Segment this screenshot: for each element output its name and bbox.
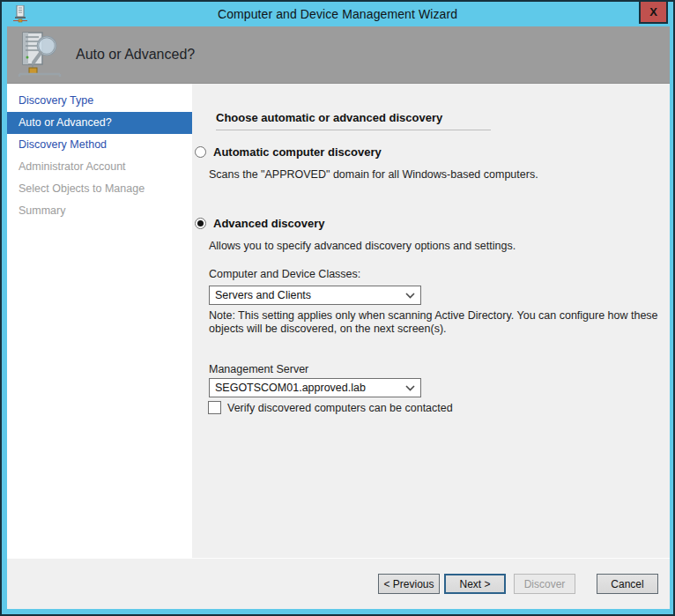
main-content: Choose automatic or advanced discovery A… — [192, 84, 670, 558]
sidebar-item-administrator-account: Administrator Account — [7, 156, 192, 178]
page-title: Auto or Advanced? — [76, 47, 195, 63]
automatic-discovery-label: Automatic computer discovery — [213, 145, 382, 159]
app-icon — [13, 5, 27, 26]
radio-unselected-icon[interactable] — [195, 146, 206, 158]
verify-computers-label: Verify discovered computers can be conta… — [227, 402, 453, 414]
checkbox-unchecked-icon[interactable] — [208, 401, 221, 414]
management-server-label: Management Server — [209, 363, 308, 375]
cancel-button[interactable]: Cancel — [597, 574, 658, 594]
sidebar-item-discovery-type[interactable]: Discovery Type — [7, 90, 192, 112]
chevron-down-icon — [405, 293, 415, 299]
management-server-dropdown[interactable]: SEGOTSCOM01.approved.lab — [209, 378, 421, 397]
close-button[interactable]: X — [639, 2, 668, 24]
close-icon: X — [649, 5, 657, 19]
discover-button[interactable]: Discover — [514, 574, 575, 594]
chevron-down-icon — [405, 385, 415, 391]
sidebar-item-summary: Summary — [7, 200, 192, 222]
advanced-discovery-option[interactable]: Advanced discovery — [195, 217, 324, 230]
sidebar-item-select-objects: Select Objects to Manage — [7, 178, 192, 200]
next-button[interactable]: Next > — [444, 574, 506, 594]
wizard-window: Computer and Device Management Wizard X — [0, 0, 675, 616]
wizard-header: Auto or Advanced? — [7, 26, 670, 84]
verify-computers-option[interactable]: Verify discovered computers can be conta… — [208, 401, 453, 414]
advanced-discovery-description: Allows you to specify advanced discovery… — [209, 240, 516, 252]
automatic-discovery-description: Scans the "APPROVED" domain for all Wind… — [209, 168, 538, 181]
sidebar-item-discovery-method[interactable]: Discovery Method — [7, 134, 192, 156]
heading-divider — [216, 130, 491, 130]
sidebar-item-auto-or-advanced[interactable]: Auto or Advanced? — [7, 112, 192, 134]
advanced-discovery-label: Advanced discovery — [213, 217, 324, 230]
computer-device-classes-dropdown[interactable]: Servers and Clients — [209, 286, 421, 305]
server-selected-value: SEGOTSCOM01.approved.lab — [215, 382, 405, 394]
classes-selected-value: Servers and Clients — [215, 289, 405, 301]
active-directory-note: Note: This setting applies only when sca… — [209, 309, 664, 336]
automatic-discovery-option[interactable]: Automatic computer discovery — [195, 145, 382, 159]
window-title: Computer and Device Management Wizard — [2, 7, 673, 21]
radio-selected-icon[interactable] — [195, 218, 206, 229]
classes-label: Computer and Device Classes: — [209, 268, 360, 280]
section-heading: Choose automatic or advanced discovery — [216, 111, 442, 124]
wizard-steps-sidebar: Discovery Type Auto or Advanced? Discove… — [7, 84, 192, 558]
discovery-wizard-icon — [18, 31, 62, 78]
title-bar[interactable]: Computer and Device Management Wizard X — [2, 2, 673, 26]
previous-button[interactable]: < Previous — [378, 574, 440, 594]
wizard-footer: < Previous Next > Discover Cancel — [7, 558, 670, 609]
